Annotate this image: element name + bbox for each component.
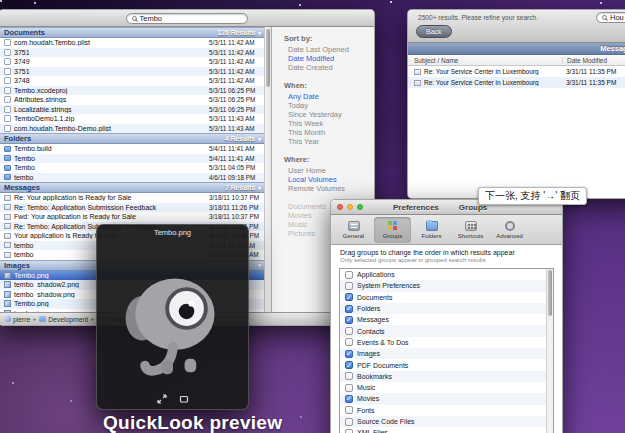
list-item[interactable]: Attributes.strings5/3/11 06:25 PM [0, 95, 271, 105]
group-checkbox[interactable] [345, 338, 353, 346]
toolbar-item-groups[interactable]: Groups [374, 217, 411, 243]
list-item[interactable]: Tembo.xcodeproj5/3/11 06:25 PM [0, 86, 271, 96]
group-checkbox[interactable]: ✓ [345, 305, 353, 313]
list-item[interactable]: tembo4/6/11 09:18 PM [0, 173, 271, 183]
list-item[interactable]: Tembo5/3/11 04:05 PM [0, 163, 271, 173]
collapse-arrow-icon[interactable]: ▾ [258, 136, 261, 142]
filter-option[interactable]: Since Yesterday [284, 110, 374, 119]
group-header-documents[interactable]: Documents126 Results▾ [0, 27, 271, 38]
filter-option[interactable]: This Week [284, 119, 374, 128]
group-row[interactable]: Events & To Dos [340, 337, 553, 348]
item-name: Tembo.build [14, 145, 206, 152]
group-row[interactable]: ✓PDF Documents [340, 359, 553, 370]
filter-option[interactable]: User Home [284, 166, 374, 175]
list-item[interactable]: com.houdah.Tembo-Demo.plist5/3/11 11:43 … [0, 124, 271, 134]
group-checkbox[interactable] [345, 327, 353, 335]
breadcrumb-item[interactable]: Development [39, 316, 88, 323]
group-header-messages[interactable]: Messages [408, 43, 625, 55]
filter-option[interactable]: This Month [284, 128, 374, 137]
document-icon [4, 115, 11, 122]
filter-option[interactable]: Date Last Opened [284, 45, 374, 54]
group-checkbox[interactable]: ✓ [345, 395, 353, 403]
list-item[interactable]: Localizable.strings5/3/11 06:25 PM [0, 105, 271, 115]
group-row[interactable]: System Preferences [340, 280, 553, 291]
list-item[interactable]: 37495/3/11 11:42 AM [0, 57, 271, 67]
list-scrollbar[interactable] [264, 27, 271, 312]
group-checkbox[interactable] [345, 429, 353, 433]
message-icon [4, 252, 11, 258]
group-row[interactable]: ✓Images [340, 348, 553, 359]
group-row[interactable]: Source Code Files [340, 416, 553, 427]
column-date-modified[interactable]: Date Modified [562, 57, 625, 64]
group-checkbox[interactable]: ✓ [345, 361, 353, 369]
minimize-button[interactable] [347, 204, 353, 210]
filter-option[interactable]: This Year [284, 137, 374, 146]
list-item[interactable]: Tembo.build5/4/11 11:41 AM [0, 144, 271, 154]
filter-option[interactable]: Local Volumes [284, 175, 374, 184]
group-checkbox[interactable]: ✓ [345, 316, 353, 324]
toolbar-item-general[interactable]: General [335, 217, 372, 243]
search-field[interactable]: Tembo [126, 13, 248, 24]
group-row[interactable]: XML Files [340, 427, 553, 433]
group-checkbox[interactable] [345, 384, 353, 392]
group-row[interactable]: Music [340, 382, 553, 393]
group-count: 7 Results [225, 184, 255, 191]
group-checkbox[interactable]: ✓ [345, 293, 353, 301]
item-name: Localizable.strings [14, 106, 206, 113]
scrollbar-thumb[interactable] [548, 270, 552, 316]
list-item[interactable]: Fwd: Your application is Ready for Sale3… [0, 212, 271, 222]
list-item[interactable]: 37515/3/11 11:42 AM [0, 48, 271, 58]
group-checkbox[interactable] [345, 271, 353, 279]
message-row[interactable]: Re: Your Service Center in Luxembourg3/3… [408, 66, 625, 77]
main-titlebar[interactable]: Tembo [0, 10, 374, 27]
list-item[interactable]: 37515/3/11 11:42 AM [0, 67, 271, 77]
results-titlebar[interactable]: 2500+ results. Please refine your search… [408, 10, 625, 43]
group-row[interactable]: Contacts [340, 325, 553, 336]
open-icon[interactable] [179, 394, 189, 404]
filter-option[interactable]: Any Date [284, 92, 374, 101]
filter-option[interactable]: Date Modified [284, 54, 374, 63]
filter-option[interactable]: Today [284, 101, 374, 110]
collapse-arrow-icon[interactable]: ▾ [258, 185, 261, 191]
group-checkbox[interactable] [345, 406, 353, 414]
list-item[interactable]: Re: Your application is Ready for Sale3/… [0, 193, 271, 203]
group-row[interactable]: Bookmarks [340, 371, 553, 382]
chevron-icon: ▸ [33, 316, 36, 322]
list-item[interactable]: Tembo5/4/11 11:41 AM [0, 154, 271, 164]
group-checkbox[interactable] [345, 282, 353, 290]
group-row[interactable]: ✓Messages [340, 314, 553, 325]
breadcrumb-item[interactable]: pierre [5, 316, 30, 323]
group-row-label: Music [357, 384, 375, 391]
list-item[interactable]: Re: Tembo: Application Submission Feedba… [0, 203, 271, 213]
group-row[interactable]: ✓Documents [340, 292, 553, 303]
toolbar-item-advanced[interactable]: Advanced [491, 217, 528, 243]
list-item[interactable]: 37485/3/11 11:42 AM [0, 76, 271, 86]
group-header-messages[interactable]: Messages7 Results▾ [0, 182, 271, 193]
group-row[interactable]: Applications [340, 269, 553, 280]
filter-option[interactable]: Date Created [284, 63, 374, 72]
collapse-arrow-icon[interactable]: ▾ [258, 262, 261, 268]
close-button[interactable] [337, 204, 343, 210]
filter-option[interactable]: Remote Volumes [284, 184, 374, 193]
group-checkbox[interactable]: ✓ [345, 350, 353, 358]
group-row-label: Applications [357, 271, 395, 278]
search-field-2[interactable]: Hou [596, 12, 625, 23]
group-row[interactable]: ✓Folders [340, 303, 553, 314]
back-button[interactable]: Back [416, 25, 452, 38]
group-row[interactable]: ✓Movies [340, 393, 553, 404]
collapse-arrow-icon[interactable]: ▾ [258, 30, 261, 36]
group-checkbox[interactable] [345, 418, 353, 426]
group-checkbox[interactable] [345, 372, 353, 380]
group-header-folders[interactable]: Folders4 Results▾ [0, 133, 271, 144]
column-subject-name[interactable]: Subject / Name [414, 57, 562, 64]
fullscreen-arrows-icon[interactable] [157, 394, 167, 404]
message-row[interactable]: Re: Your Service Center in Luxembourg3/3… [408, 77, 625, 88]
scrollbar-thumb[interactable] [266, 29, 270, 87]
list-item[interactable]: com.houdah.Tembo.plist5/3/11 11:42 AM [0, 38, 271, 48]
list-item[interactable]: TemboDemo1.1.zip5/3/11 11:43 AM [0, 114, 271, 124]
zoom-button[interactable] [357, 204, 363, 210]
toolbar-item-folders[interactable]: Folders [413, 217, 450, 243]
groups-scrollbar[interactable] [546, 269, 553, 433]
group-row[interactable]: Fonts [340, 405, 553, 416]
toolbar-item-shortcuts[interactable]: Shortcuts [452, 217, 489, 243]
